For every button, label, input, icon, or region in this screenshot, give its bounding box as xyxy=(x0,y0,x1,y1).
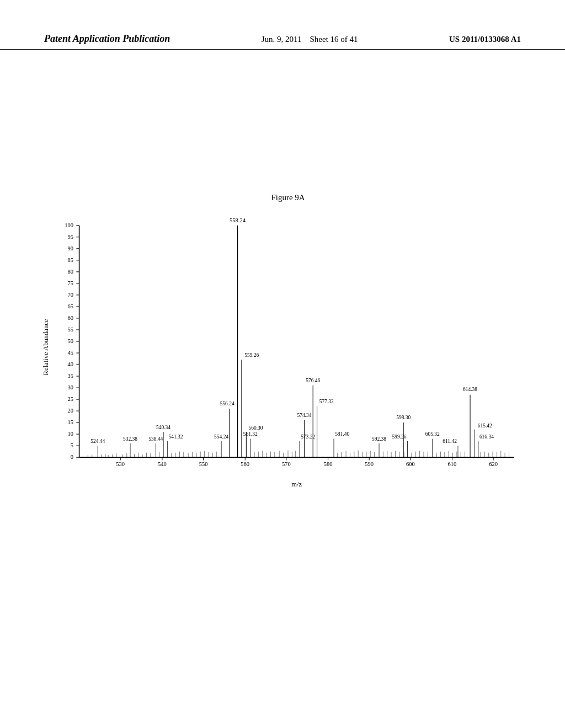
svg-text:55: 55 xyxy=(68,326,74,333)
peak-label-538_44: 538.44 xyxy=(148,436,163,442)
svg-text:590: 590 xyxy=(365,461,374,467)
peak-label-592_38: 592.38 xyxy=(372,436,386,442)
svg-text:10: 10 xyxy=(68,431,74,437)
svg-text:80: 80 xyxy=(68,269,74,275)
svg-text:40: 40 xyxy=(68,361,74,367)
svg-text:560: 560 xyxy=(241,461,249,467)
peak-label-554_24: 554.24 xyxy=(214,434,228,440)
svg-text:90: 90 xyxy=(68,245,74,251)
peak-label-558_24: 558.24 xyxy=(230,217,246,223)
peak-label-615_42: 615.42 xyxy=(478,423,492,429)
svg-text:30: 30 xyxy=(68,384,74,390)
peak-label-541_32: 541.32 xyxy=(168,434,183,440)
svg-text:580: 580 xyxy=(324,461,333,467)
peak-label-611_42: 611.42 xyxy=(443,438,457,444)
peak-label-574_34: 574.34 xyxy=(297,413,311,418)
svg-text:65: 65 xyxy=(68,303,74,309)
svg-text:20: 20 xyxy=(68,408,74,414)
publication-number: US 2011/0133068 A1 xyxy=(449,35,521,44)
svg-text:100: 100 xyxy=(65,222,73,228)
peak-label-561_32: 561.32 xyxy=(243,431,258,437)
svg-text:25: 25 xyxy=(68,396,74,402)
peak-label-556_24: 556.24 xyxy=(220,401,234,406)
svg-text:50: 50 xyxy=(68,338,74,344)
peak-label-540_34: 540.34 xyxy=(156,425,170,430)
peak-label-616_34: 616.34 xyxy=(479,434,494,440)
svg-text:0: 0 xyxy=(71,454,73,460)
svg-text:45: 45 xyxy=(68,350,74,356)
peak-label-560_30: 560.30 xyxy=(249,425,263,431)
svg-text:15: 15 xyxy=(68,419,74,425)
svg-text:540: 540 xyxy=(158,461,167,467)
spectrum-chart-container: Figure 9A Relative Abundance m/z 0 5 10 … xyxy=(39,210,537,496)
svg-text:620: 620 xyxy=(489,461,498,467)
svg-text:95: 95 xyxy=(68,234,74,240)
peak-label-573_22: 573.22 xyxy=(301,434,315,440)
peak-label-599_26: 599.26 xyxy=(392,434,406,440)
peak-label-576_46: 576.46 xyxy=(306,378,320,383)
svg-text:75: 75 xyxy=(68,280,74,286)
svg-text:570: 570 xyxy=(282,461,291,467)
peak-label-581_40: 581.40 xyxy=(335,431,349,437)
peak-label-598_30: 598.30 xyxy=(396,415,411,420)
svg-text:610: 610 xyxy=(448,461,457,467)
peak-label-577_32: 577.32 xyxy=(319,399,334,404)
svg-text:5: 5 xyxy=(71,442,73,448)
peak-label-532_38: 532.38 xyxy=(123,436,137,442)
peak-label-524_44: 524.44 xyxy=(90,438,105,444)
svg-text:85: 85 xyxy=(68,257,74,263)
publication-date-sheet: Jun. 9, 2011 Sheet 16 of 41 xyxy=(262,35,358,44)
publication-title: Patent Application Publication xyxy=(44,33,170,45)
svg-text:60: 60 xyxy=(68,315,74,321)
peak-label-614_38: 614.38 xyxy=(463,387,477,392)
svg-text:530: 530 xyxy=(116,461,125,467)
svg-text:35: 35 xyxy=(68,373,74,379)
svg-text:600: 600 xyxy=(406,461,415,467)
page-header: Patent Application Publication Jun. 9, 2… xyxy=(0,33,565,50)
page: Patent Application Publication Jun. 9, 2… xyxy=(0,0,565,728)
spectrum-svg: Relative Abundance m/z 0 5 10 15 20 25 3… xyxy=(39,210,537,496)
figure-title: Figure 9A xyxy=(39,193,537,202)
xaxis-label: m/z xyxy=(291,480,302,488)
svg-text:550: 550 xyxy=(199,461,208,467)
peak-label-559_26: 559.26 xyxy=(244,352,259,358)
peak-label-605_32: 605.32 xyxy=(425,431,440,437)
yaxis-label: Relative Abundance xyxy=(42,319,50,375)
svg-text:70: 70 xyxy=(68,292,74,298)
